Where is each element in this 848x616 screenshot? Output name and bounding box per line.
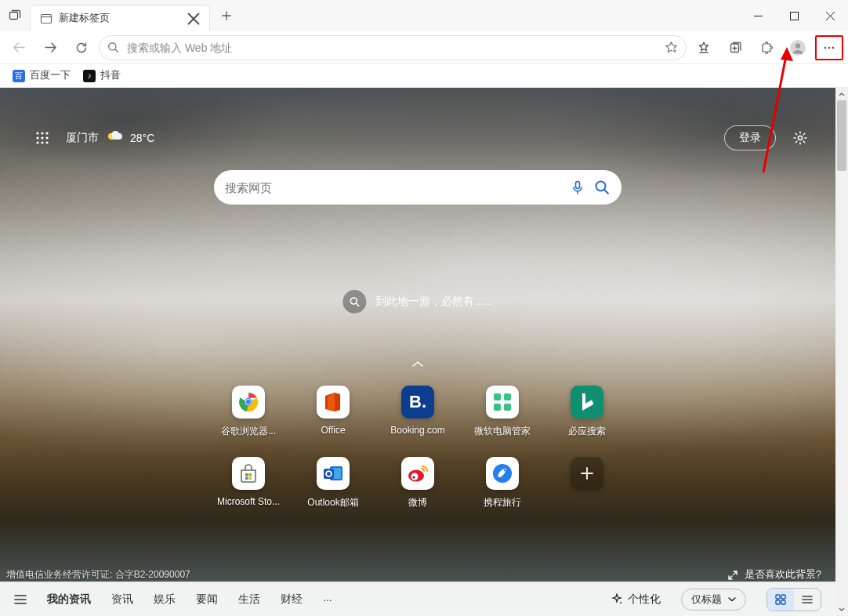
svg-rect-38 xyxy=(494,393,501,400)
background-feedback[interactable]: 是否喜欢此背景? xyxy=(727,568,821,582)
feed-tab[interactable]: 娱乐 xyxy=(154,592,176,607)
login-button[interactable]: 登录 xyxy=(724,125,776,150)
svg-line-28 xyxy=(605,190,609,194)
tab-title: 新建标签页 xyxy=(59,12,181,25)
ntp-settings-button[interactable] xyxy=(788,126,812,150)
feed-tab[interactable]: 资讯 xyxy=(111,592,133,607)
search-icon[interactable] xyxy=(593,179,611,196)
close-icon[interactable] xyxy=(187,13,200,25)
bookmark-item[interactable]: ♪ 抖音 xyxy=(78,67,125,85)
browser-tab[interactable]: 新建标签页 xyxy=(30,5,210,31)
personalize-button[interactable]: 个性化 xyxy=(611,592,661,607)
bookmark-label: 百度一下 xyxy=(30,69,71,82)
license-text: 增值电信业务经营许可证: 合字B2-20090007 xyxy=(6,568,190,582)
layout-select[interactable]: 仅标题 xyxy=(681,589,746,611)
tile-label: Booking.com xyxy=(390,425,444,436)
quick-link-tile[interactable]: B.Booking.com xyxy=(381,386,455,438)
svg-point-20 xyxy=(45,136,48,139)
svg-point-15 xyxy=(36,132,38,134)
refresh-icon xyxy=(75,42,88,54)
maximize-icon xyxy=(790,12,799,20)
collections-button[interactable] xyxy=(721,35,749,60)
apps-launcher-button[interactable] xyxy=(31,127,53,149)
search-icon xyxy=(349,296,360,307)
svg-point-59 xyxy=(620,602,622,603)
favorites-button[interactable] xyxy=(690,35,718,60)
minimize-icon xyxy=(754,12,763,20)
scroll-up-button[interactable] xyxy=(835,88,848,100)
feed-more-button[interactable]: ··· xyxy=(323,593,332,606)
svg-point-21 xyxy=(36,141,38,143)
feed-tab[interactable]: 要闻 xyxy=(196,592,218,607)
arrow-right-icon xyxy=(44,41,57,54)
back-button[interactable] xyxy=(5,35,33,60)
svg-rect-63 xyxy=(781,600,785,604)
extensions-button[interactable] xyxy=(752,35,781,60)
quick-link-tile[interactable]: 携程旅行 xyxy=(466,457,539,509)
window-controls xyxy=(740,0,848,31)
address-bar[interactable] xyxy=(99,35,687,60)
visit-caption-icon xyxy=(342,290,366,313)
tile-icon xyxy=(317,386,350,419)
svg-rect-60 xyxy=(776,595,780,599)
feed-tab[interactable]: 我的资讯 xyxy=(47,592,91,607)
tile-label: 携程旅行 xyxy=(484,496,521,509)
svg-point-35 xyxy=(246,400,251,404)
minimize-button[interactable] xyxy=(740,0,776,31)
svg-point-22 xyxy=(41,141,43,143)
svg-point-53 xyxy=(412,476,415,478)
arrow-left-icon xyxy=(13,41,26,54)
address-input[interactable] xyxy=(127,42,657,54)
quick-link-tile[interactable]: 必应搜索 xyxy=(550,386,624,438)
mic-icon[interactable] xyxy=(570,179,585,195)
bookmark-item[interactable]: 百 百度一下 xyxy=(8,67,75,85)
close-window-button[interactable] xyxy=(812,0,848,31)
vertical-scrollbar[interactable] xyxy=(835,88,848,616)
scroll-down-button[interactable] xyxy=(835,603,848,616)
feed-menu-button[interactable] xyxy=(14,594,27,605)
forward-button[interactable] xyxy=(36,35,64,60)
bookmarks-bar: 百 百度一下 ♪ 抖音 xyxy=(0,64,848,88)
bookmark-label: 抖音 xyxy=(100,69,121,82)
svg-point-11 xyxy=(795,43,800,48)
refresh-button[interactable] xyxy=(67,35,96,60)
tile-icon xyxy=(486,386,519,419)
svg-point-27 xyxy=(596,182,606,191)
scroll-thumb[interactable] xyxy=(837,100,846,171)
list-icon xyxy=(801,593,814,606)
menu-icon xyxy=(14,594,27,605)
sparkle-icon xyxy=(611,593,623,606)
ntp-header: 厦门市 28°C 登录 xyxy=(31,124,812,152)
svg-rect-46 xyxy=(249,477,252,480)
weather-widget[interactable]: 厦门市 28°C xyxy=(66,130,154,146)
profile-button[interactable] xyxy=(784,35,812,60)
svg-rect-1 xyxy=(42,14,52,23)
ntp-search-input[interactable] xyxy=(225,181,562,194)
visit-caption[interactable]: 到此地一游，必然有...... xyxy=(342,290,492,313)
more-menu-button[interactable] xyxy=(815,35,843,60)
quick-link-tile[interactable]: 微软电脑管家 xyxy=(466,386,539,438)
list-view-button[interactable] xyxy=(794,589,821,611)
feed-tab[interactable]: 生活 xyxy=(238,592,260,607)
tile-label: 微博 xyxy=(408,496,427,509)
plus-icon xyxy=(571,457,603,490)
svg-point-18 xyxy=(36,136,38,139)
quick-link-tile[interactable]: Office xyxy=(296,386,370,438)
svg-rect-4 xyxy=(790,12,798,20)
collapse-tiles-button[interactable] xyxy=(407,353,429,375)
quick-link-tile[interactable]: Outlook邮箱 xyxy=(296,457,370,509)
maximize-button[interactable] xyxy=(776,0,812,31)
favorite-add-icon[interactable] xyxy=(665,41,678,54)
feed-tab[interactable]: 财经 xyxy=(281,592,303,607)
close-icon xyxy=(826,12,835,20)
new-tab-page: 厦门市 28°C 登录 到此地一游，必然有...... 谷歌浏览器...Offi… xyxy=(0,88,835,616)
quick-link-tile[interactable]: Microsoft Sto... xyxy=(212,457,285,509)
new-tab-button[interactable] xyxy=(215,4,238,27)
svg-rect-44 xyxy=(249,473,252,476)
quick-link-tile[interactable]: 谷歌浏览器... xyxy=(212,386,285,438)
grid-view-button[interactable] xyxy=(767,589,794,611)
tab-actions-button[interactable] xyxy=(0,1,30,31)
ntp-search-bar[interactable] xyxy=(214,170,622,205)
quick-link-tile[interactable]: 微博 xyxy=(381,457,455,509)
add-tile-button[interactable] xyxy=(550,457,624,509)
